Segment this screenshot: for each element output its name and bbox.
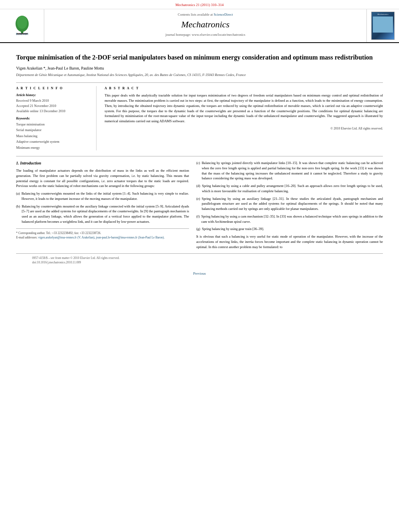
received-date: Received 9 March 2010 bbox=[16, 98, 90, 103]
list-label-g: (g) bbox=[196, 226, 200, 232]
journal-volume-info: Mechatronics bbox=[175, 3, 195, 7]
list-label-b: (b) bbox=[16, 204, 20, 224]
footnote-corresponding: * Corresponding author. Tel.: +33 223223… bbox=[16, 231, 189, 235]
article-affiliation: Département de Génie Mécanique et Automa… bbox=[16, 73, 383, 78]
pagination-area: Previous bbox=[16, 267, 383, 278]
list-content-d: Spring balancing by using a cable and pu… bbox=[202, 183, 383, 194]
previous-button[interactable]: Previous bbox=[193, 271, 206, 276]
list-label-e: (e) bbox=[196, 196, 200, 212]
cover-image bbox=[373, 16, 393, 33]
email-label: E-mail addresses: bbox=[16, 236, 37, 239]
elsevier-tree-icon: ELSEVIER bbox=[10, 16, 34, 36]
abstract-col: A B S T R A C T This paper deals with th… bbox=[105, 86, 383, 150]
journal-right-logo: Mechatronics bbox=[367, 9, 399, 42]
top-bar: Mechatronics 21 (2011) 310–314 bbox=[0, 0, 399, 9]
history-label: Article history: bbox=[16, 93, 90, 97]
article-info-label: A R T I C L E I N F O bbox=[16, 86, 90, 90]
email-link[interactable]: vigen.arakelyan@insa-rennes.fr (V. Arake… bbox=[38, 236, 165, 239]
intro-para1: The loading of manipulator actuators dep… bbox=[16, 168, 189, 189]
keywords-label: Keywords: bbox=[16, 116, 90, 121]
body-two-col: 1. Introduction The loading of manipulat… bbox=[16, 160, 383, 252]
keyword-5: Minimum energy bbox=[16, 145, 90, 150]
list-content-g: Spring balancing by using gear train [36… bbox=[202, 226, 383, 232]
divider-2 bbox=[16, 156, 383, 156]
sciencedirect-link[interactable]: ScienceDirect bbox=[214, 12, 233, 16]
right-para2: It is obvious that such a balancing is v… bbox=[196, 234, 383, 249]
list-label-d: (d) bbox=[196, 183, 200, 194]
list-content-f: Spring balancing by using a cam mechanis… bbox=[202, 214, 383, 224]
article-content: Torque minimisation of the 2-DOF serial … bbox=[0, 43, 399, 286]
list-item-g: (g) Spring balancing by using gear train… bbox=[196, 226, 383, 232]
col-right: (c) Balancing by springs jointed directl… bbox=[196, 160, 383, 252]
footnote-emails: E-mail addresses: vigen.arakelyan@insa-r… bbox=[16, 235, 189, 240]
divider-1 bbox=[16, 82, 383, 83]
col-left: 1. Introduction The loading of manipulat… bbox=[16, 160, 189, 252]
cover-title: Mechatronics bbox=[377, 13, 388, 16]
volume-pages: 21 (2011) 310–314 bbox=[196, 3, 224, 7]
list-item-a: (a) Balancing by counterweights mounted … bbox=[16, 191, 189, 201]
available-date: Available online 13 December 2010 bbox=[16, 109, 90, 114]
list-item-b: (b) Balancing by counterweights mounted … bbox=[16, 204, 189, 224]
abstract-text: This paper deals with the analytically t… bbox=[105, 93, 383, 124]
footer-bar: 0957-4158/$ – see front matter © 2010 El… bbox=[16, 253, 383, 267]
article-info-col: A R T I C L E I N F O Article history: R… bbox=[16, 86, 97, 150]
introduction-heading: 1. Introduction bbox=[16, 160, 189, 166]
list-content-e: Spring balancing by using an auxiliary l… bbox=[202, 196, 383, 212]
elsevier-logo-area: ELSEVIER bbox=[0, 9, 44, 42]
list-label-c: (c) bbox=[196, 160, 200, 181]
abstract-label: A B S T R A C T bbox=[105, 86, 383, 90]
list-content-a: Balancing by counterweights mounted on t… bbox=[21, 191, 189, 201]
list-item-e: (e) Spring balancing by using an auxilia… bbox=[196, 196, 383, 212]
keyword-4: Adaptive counterweight system bbox=[16, 139, 90, 144]
list-item-f: (f) Spring balancing by using a cam mech… bbox=[196, 214, 383, 224]
article-authors: Vigen Arakelian *, Jean-Paul Le Baron, P… bbox=[16, 66, 383, 71]
mechatronics-cover: Mechatronics bbox=[371, 12, 395, 40]
keyword-1: Torque minimisation bbox=[16, 121, 90, 127]
list-label-f: (f) bbox=[196, 214, 200, 224]
list-content-c: Balancing by springs jointed directly wi… bbox=[202, 160, 383, 181]
list-content-b: Balancing by counterweights mounted on t… bbox=[22, 204, 189, 224]
article-meta-section: A R T I C L E I N F O Article history: R… bbox=[16, 86, 383, 150]
page-wrapper: Mechatronics 21 (2011) 310–314 ELSEVIER bbox=[0, 0, 399, 532]
footer-doi: doi:10.1016/j.mechatronics.2010.11.009 bbox=[32, 261, 81, 264]
accepted-date: Accepted 21 November 2010 bbox=[16, 103, 90, 109]
footnote-area: * Corresponding author. Tel.: +33 223223… bbox=[16, 228, 189, 240]
svg-text:ELSEVIER: ELSEVIER bbox=[16, 33, 29, 35]
svg-point-3 bbox=[17, 16, 27, 29]
list-item-d: (d) Spring balancing by using a cable an… bbox=[196, 183, 383, 194]
copyright-line: © 2010 Elsevier Ltd. All rights reserved… bbox=[105, 126, 383, 131]
list-item-c: (c) Balancing by springs jointed directl… bbox=[196, 160, 383, 181]
keyword-3: Mass balancing bbox=[16, 133, 90, 139]
keyword-2: Serial manipulator bbox=[16, 127, 90, 133]
sciencedirect-label: Contents lists available at ScienceDirec… bbox=[48, 12, 362, 17]
journal-title-header: Mechatronics bbox=[48, 18, 362, 31]
journal-homepage: journal homepage: www.elsevier.com/locat… bbox=[48, 33, 362, 37]
elsevier-logo: ELSEVIER bbox=[10, 16, 34, 36]
keywords-list: Torque minimisation Serial manipulator M… bbox=[16, 121, 90, 150]
list-label-a: (a) bbox=[16, 191, 20, 201]
journal-header: ELSEVIER Contents lists available at Sci… bbox=[0, 9, 399, 43]
footer-issn: 0957-4158/$ – see front matter © 2010 El… bbox=[32, 256, 119, 260]
journal-center: Contents lists available at ScienceDirec… bbox=[44, 9, 367, 42]
article-title: Torque minimisation of the 2-DOF serial … bbox=[16, 53, 383, 62]
